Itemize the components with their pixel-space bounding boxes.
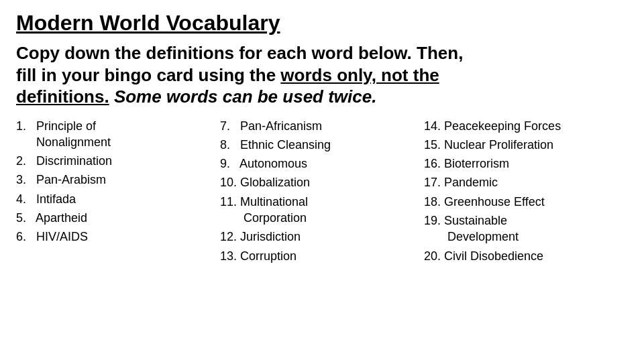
list-item: 14. Peacekeeping Forces (424, 117, 628, 135)
instructions: Copy down the definitions for each word … (16, 42, 628, 108)
list-item: 17. Pandemic (424, 174, 628, 191)
list-item: 15. Nuclear Proliferation (424, 136, 628, 154)
list-item: 6. HIV/AIDS (16, 228, 220, 245)
instructions-line3b: Some words can be used twice. (109, 86, 377, 107)
instructions-line2a: fill in your bingo card using the (16, 65, 280, 85)
list-item: 20. Civil Disobedience (424, 247, 628, 265)
instructions-line1: Copy down the definitions for each word … (16, 43, 463, 63)
vocab-col-1: 1. Principle of Nonalignment 2. Discrimi… (16, 117, 220, 265)
list-item: 3. Pan-Arabism (16, 171, 220, 188)
vocab-col-3: 14. Peacekeeping Forces 15. Nuclear Prol… (424, 117, 628, 265)
list-item: 13. Corruption (220, 247, 424, 265)
list-item: 10. Globalization (220, 174, 424, 191)
list-item: 16. Bioterrorism (424, 155, 628, 172)
list-item: 12. Jurisdiction (220, 228, 424, 245)
list-item: 9. Autonomous (220, 155, 424, 172)
list-item: 1. Principle of Nonalignment (16, 117, 220, 152)
vocab-grid: 1. Principle of Nonalignment 2. Discrimi… (16, 117, 628, 265)
page-title: Modern World Vocabulary (16, 11, 628, 36)
list-item: 18. Greenhouse Effect (424, 193, 628, 210)
instructions-line3a: definitions. (16, 86, 109, 107)
vocab-col-2: 7. Pan-Africanism 8. Ethnic Cleansing 9.… (220, 117, 424, 265)
list-item: 7. Pan-Africanism (220, 117, 424, 135)
list-item: 5. Apartheid (16, 209, 220, 227)
list-item: 19. Sustainable Development (424, 212, 628, 246)
list-item: 4. Intifada (16, 190, 220, 208)
list-item: 11. Multinational Corporation (220, 193, 424, 227)
list-item: 2. Discrimination (16, 152, 220, 170)
instructions-line2b: words only, not the (280, 65, 439, 85)
list-item: 8. Ethnic Cleansing (220, 136, 424, 154)
